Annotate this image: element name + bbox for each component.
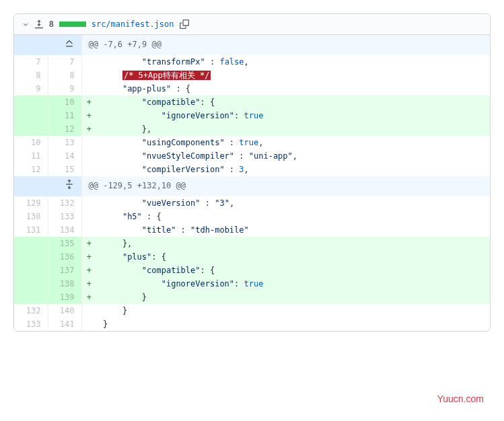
chevron-down-icon[interactable]: [22, 21, 29, 28]
code-line[interactable]: "usingComponents" : true,: [96, 136, 490, 149]
new-line-number[interactable]: 138: [48, 277, 81, 291]
new-line-number[interactable]: 7: [48, 55, 81, 69]
old-line-number[interactable]: [14, 250, 48, 264]
diff-row: 12+ },: [14, 122, 490, 136]
copy-icon[interactable]: [180, 20, 189, 29]
new-line-number[interactable]: 137: [48, 264, 81, 277]
new-line-number[interactable]: 141: [48, 317, 81, 331]
old-line-number[interactable]: 133: [14, 317, 48, 331]
diff-marker: +: [81, 95, 96, 109]
diff-marker: +: [81, 237, 96, 250]
file-path[interactable]: src/manifest.json: [92, 20, 174, 29]
diff-row: 1114 "nvueStyleCompiler" : "uni-app",: [14, 149, 490, 163]
file-header: 8 src/manifest.json: [14, 14, 490, 35]
old-line-number[interactable]: [14, 95, 48, 109]
diff-row: 135+ },: [14, 237, 490, 250]
diff-row: 1013 "usingComponents" : true,: [14, 136, 490, 149]
expand-button[interactable]: [14, 176, 81, 196]
new-line-number[interactable]: 11: [48, 109, 81, 122]
diff-marker: +: [81, 277, 96, 291]
old-line-number[interactable]: [14, 291, 48, 304]
code-line[interactable]: "plus": {: [96, 250, 490, 264]
hunk-header-text: @@ -7,6 +7,9 @@: [81, 35, 490, 55]
old-line-number[interactable]: 8: [14, 69, 48, 82]
diff-marker: [81, 55, 96, 69]
diff-marker: [81, 69, 96, 82]
old-line-number[interactable]: 10: [14, 136, 48, 149]
code-line[interactable]: }: [96, 317, 490, 331]
code-line[interactable]: "app-plus" : {: [96, 82, 490, 95]
code-line[interactable]: "vueVersion" : "3",: [96, 196, 490, 210]
old-line-number[interactable]: 12: [14, 163, 48, 176]
new-line-number[interactable]: 132: [48, 196, 81, 210]
old-line-number[interactable]: 11: [14, 149, 48, 163]
diff-marker: [81, 196, 96, 210]
code-line[interactable]: },: [96, 237, 490, 250]
diff-marker: [81, 163, 96, 176]
hunk-header-text: @@ -129,5 +132,10 @@: [81, 176, 490, 196]
new-line-number[interactable]: 8: [48, 69, 81, 82]
code-line[interactable]: "h5" : {: [96, 210, 490, 223]
old-line-number[interactable]: 129: [14, 196, 48, 210]
old-line-number[interactable]: 131: [14, 223, 48, 237]
new-line-number[interactable]: 10: [48, 95, 81, 109]
diff-row: 77 "transformPx" : false,: [14, 55, 490, 69]
old-line-number[interactable]: [14, 109, 48, 122]
old-line-number[interactable]: 9: [14, 82, 48, 95]
old-line-number[interactable]: [14, 277, 48, 291]
new-line-number[interactable]: 134: [48, 223, 81, 237]
new-line-number[interactable]: 9: [48, 82, 81, 95]
diff-row: 132140 }: [14, 304, 490, 317]
code-line[interactable]: /* 5+App特有相关 */: [96, 69, 490, 82]
new-line-number[interactable]: 12: [48, 122, 81, 136]
diff-row: 130133 "h5" : {: [14, 210, 490, 223]
diff-row: 139+ }: [14, 291, 490, 304]
code-line[interactable]: "compilerVersion" : 3,: [96, 163, 490, 176]
unfold-icon[interactable]: [34, 20, 44, 29]
old-line-number[interactable]: [14, 264, 48, 277]
diff-marker: +: [81, 122, 96, 136]
diff-row: 131134 "title" : "tdh-mobile": [14, 223, 490, 237]
new-line-number[interactable]: 135: [48, 237, 81, 250]
expand-icon: [64, 38, 75, 48]
code-line[interactable]: }: [96, 304, 490, 317]
old-line-number[interactable]: [14, 122, 48, 136]
diff-row: 138+ "ignoreVersion": true: [14, 277, 490, 291]
new-line-number[interactable]: 140: [48, 304, 81, 317]
code-line[interactable]: }: [96, 291, 490, 304]
code-line[interactable]: "transformPx" : false,: [96, 55, 490, 69]
diff-marker: [81, 304, 96, 317]
code-line[interactable]: "title" : "tdh-mobile": [96, 223, 490, 237]
code-line[interactable]: "ignoreVersion": true: [96, 109, 490, 122]
expand-button[interactable]: [14, 35, 81, 55]
code-line[interactable]: "compatible": {: [96, 264, 490, 277]
diff-row: 136+ "plus": {: [14, 250, 490, 264]
code-line[interactable]: "ignoreVersion": true: [96, 277, 490, 291]
old-line-number[interactable]: 7: [14, 55, 48, 69]
code-line[interactable]: "compatible": {: [96, 95, 490, 109]
code-line[interactable]: "nvueStyleCompiler" : "uni-app",: [96, 149, 490, 163]
new-line-number[interactable]: 15: [48, 163, 81, 176]
diff-row: 11+ "ignoreVersion": true: [14, 109, 490, 122]
diffstat-blocks: [59, 22, 86, 27]
old-line-number[interactable]: [14, 237, 48, 250]
diff-row: 129132 "vueVersion" : "3",: [14, 196, 490, 210]
expand-icon: [64, 179, 75, 190]
new-line-number[interactable]: 13: [48, 136, 81, 149]
diff-row: 99 "app-plus" : {: [14, 82, 490, 95]
code-line[interactable]: },: [96, 122, 490, 136]
diff-marker: [81, 136, 96, 149]
diff-marker: [81, 82, 96, 95]
diff-row: 133141}: [14, 317, 490, 331]
diff-marker: +: [81, 109, 96, 122]
new-line-number[interactable]: 133: [48, 210, 81, 223]
old-line-number[interactable]: 130: [14, 210, 48, 223]
diff-marker: +: [81, 250, 96, 264]
new-line-number[interactable]: 136: [48, 250, 81, 264]
diff-row: 1215 "compilerVersion" : 3,: [14, 163, 490, 176]
new-line-number[interactable]: 14: [48, 149, 81, 163]
diff-marker: [81, 149, 96, 163]
new-line-number[interactable]: 139: [48, 291, 81, 304]
diff-marker: +: [81, 264, 96, 277]
old-line-number[interactable]: 132: [14, 304, 48, 317]
